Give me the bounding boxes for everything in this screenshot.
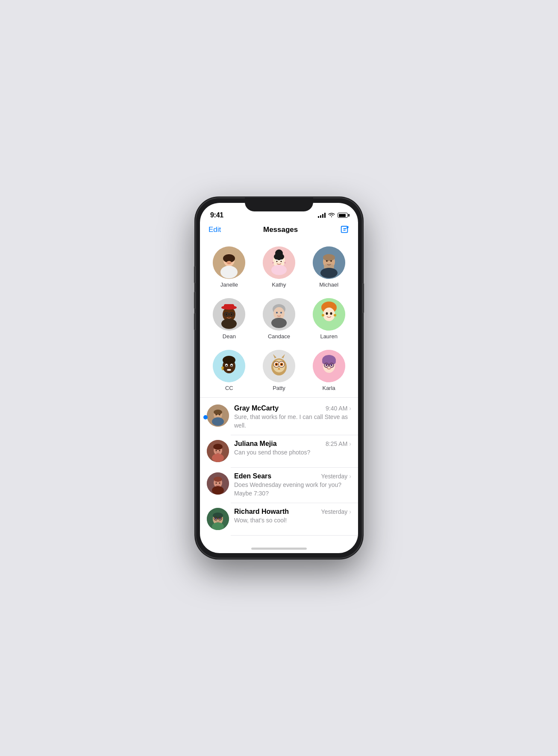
message-header-richard: Richard Howarth Yesterday › bbox=[234, 508, 351, 516]
svg-point-25 bbox=[320, 268, 338, 278]
svg-point-51 bbox=[223, 356, 235, 364]
contact-name-candace: Candace bbox=[268, 333, 290, 340]
contact-name-dean: Dean bbox=[223, 333, 236, 340]
contact-karla[interactable]: Karla bbox=[304, 346, 354, 397]
unread-indicator bbox=[203, 415, 208, 419]
chevron-icon: › bbox=[349, 405, 351, 412]
message-time-juliana: 8:25 AM › bbox=[326, 440, 351, 447]
svg-point-98 bbox=[212, 486, 224, 495]
status-time: 9:41 bbox=[210, 211, 223, 219]
message-preview-eden: Does Wednesday evening work for you? May… bbox=[234, 481, 351, 498]
svg-point-66 bbox=[276, 363, 277, 365]
message-header-eden: Eden Sears Yesterday › bbox=[234, 472, 351, 480]
svg-point-17 bbox=[272, 262, 274, 264]
svg-point-46 bbox=[334, 314, 336, 316]
svg-point-7 bbox=[230, 260, 232, 261]
message-header-juliana: Juliana Mejia 8:25 AM › bbox=[234, 440, 351, 448]
message-preview-juliana: Can you send those photos? bbox=[234, 448, 351, 457]
svg-point-18 bbox=[284, 262, 286, 264]
svg-point-106 bbox=[219, 518, 221, 519]
home-indicator bbox=[251, 548, 307, 550]
svg-point-92 bbox=[212, 454, 224, 462]
contact-lauren[interactable]: Lauren bbox=[304, 294, 354, 346]
contact-candace[interactable]: Candace bbox=[254, 294, 304, 346]
edit-button[interactable]: Edit bbox=[209, 226, 221, 234]
sender-name-juliana: Juliana Mejia bbox=[234, 440, 277, 448]
chevron-icon: › bbox=[349, 440, 351, 447]
svg-point-4 bbox=[220, 266, 238, 278]
contact-dean[interactable]: Dean bbox=[204, 294, 254, 346]
svg-point-58 bbox=[222, 369, 223, 370]
contacts-grid: Janelle bbox=[200, 242, 358, 397]
signal-icon bbox=[318, 213, 326, 218]
contact-name-lauren: Lauren bbox=[320, 333, 337, 340]
svg-point-14 bbox=[276, 261, 278, 262]
contact-patty[interactable]: Patty bbox=[254, 346, 304, 397]
message-preview-richard: Wow, that's so cool! bbox=[234, 516, 351, 525]
avatar-michael bbox=[313, 246, 345, 279]
contact-janelle[interactable]: Janelle bbox=[204, 242, 254, 294]
svg-point-16 bbox=[271, 265, 287, 275]
message-header-gray: Gray McCarty 9:40 AM › bbox=[234, 404, 351, 412]
svg-point-33 bbox=[226, 314, 227, 315]
svg-point-84 bbox=[216, 414, 217, 416]
message-avatar-gray bbox=[207, 404, 229, 427]
contact-kathy[interactable]: Kathy bbox=[254, 242, 304, 294]
svg-point-48 bbox=[330, 312, 332, 315]
sender-name-richard: Richard Howarth bbox=[234, 508, 289, 516]
message-time-richard: Yesterday › bbox=[321, 508, 351, 515]
wifi-icon bbox=[328, 212, 335, 219]
compose-button[interactable] bbox=[340, 225, 349, 234]
message-time-gray: 9:40 AM › bbox=[326, 405, 351, 412]
svg-point-95 bbox=[214, 477, 222, 482]
svg-point-105 bbox=[215, 518, 217, 519]
svg-point-96 bbox=[216, 483, 217, 484]
svg-rect-0 bbox=[341, 226, 348, 233]
avatar-dean bbox=[213, 298, 245, 331]
nav-bar: Edit Messages bbox=[200, 223, 358, 239]
svg-point-56 bbox=[231, 365, 233, 366]
contact-michael[interactable]: Michael bbox=[304, 242, 354, 294]
svg-point-35 bbox=[221, 319, 237, 329]
svg-point-52 bbox=[227, 369, 231, 371]
svg-point-55 bbox=[226, 365, 228, 366]
message-avatar-juliana bbox=[207, 440, 229, 462]
message-content-gray: Gray McCarty 9:40 AM › Sure, that works … bbox=[234, 404, 351, 430]
message-item-eden[interactable]: Eden Sears Yesterday › Does Wednesday ev… bbox=[200, 467, 358, 503]
message-avatar-eden bbox=[207, 472, 229, 495]
svg-point-15 bbox=[280, 261, 282, 262]
svg-point-24 bbox=[330, 260, 332, 262]
svg-point-89 bbox=[213, 444, 223, 450]
message-item-richard[interactable]: Richard Howarth Yesterday › Wow, that's … bbox=[200, 503, 358, 535]
svg-point-34 bbox=[231, 314, 232, 315]
sender-name-gray: Gray McCarty bbox=[234, 404, 279, 412]
phone-screen: 9:41 bbox=[200, 203, 358, 553]
svg-point-5 bbox=[226, 261, 232, 264]
svg-point-23 bbox=[326, 260, 328, 262]
message-avatar-richard bbox=[207, 508, 229, 530]
contact-name-karla: Karla bbox=[322, 385, 335, 391]
svg-point-45 bbox=[322, 314, 324, 316]
message-item-juliana[interactable]: Juliana Mejia 8:25 AM › Can you send tho… bbox=[200, 435, 358, 467]
message-list: Gray McCarty 9:40 AM › Sure, that works … bbox=[200, 398, 358, 535]
contact-cc[interactable]: CC bbox=[204, 346, 254, 397]
contact-name-janelle: Janelle bbox=[220, 281, 238, 288]
svg-point-79 bbox=[326, 364, 327, 366]
message-time-eden: Yesterday › bbox=[321, 473, 351, 480]
svg-point-39 bbox=[276, 312, 278, 314]
message-item-gray[interactable]: Gray McCarty 9:40 AM › Sure, that works … bbox=[200, 399, 358, 435]
contact-name-patty: Patty bbox=[273, 385, 285, 391]
phone-notch bbox=[245, 198, 313, 211]
message-content-eden: Eden Sears Yesterday › Does Wednesday ev… bbox=[234, 472, 351, 498]
message-content-juliana: Juliana Mejia 8:25 AM › Can you send tho… bbox=[234, 440, 351, 457]
svg-point-80 bbox=[331, 364, 332, 366]
chevron-icon: › bbox=[349, 473, 351, 480]
avatar-patty bbox=[263, 350, 295, 382]
avatar-cc bbox=[213, 350, 245, 382]
sender-name-eden: Eden Sears bbox=[234, 472, 271, 480]
message-content-richard: Richard Howarth Yesterday › Wow, that's … bbox=[234, 508, 351, 525]
svg-point-6 bbox=[226, 260, 228, 261]
battery-icon bbox=[338, 213, 348, 218]
svg-rect-29 bbox=[224, 304, 234, 308]
svg-point-97 bbox=[219, 483, 220, 484]
